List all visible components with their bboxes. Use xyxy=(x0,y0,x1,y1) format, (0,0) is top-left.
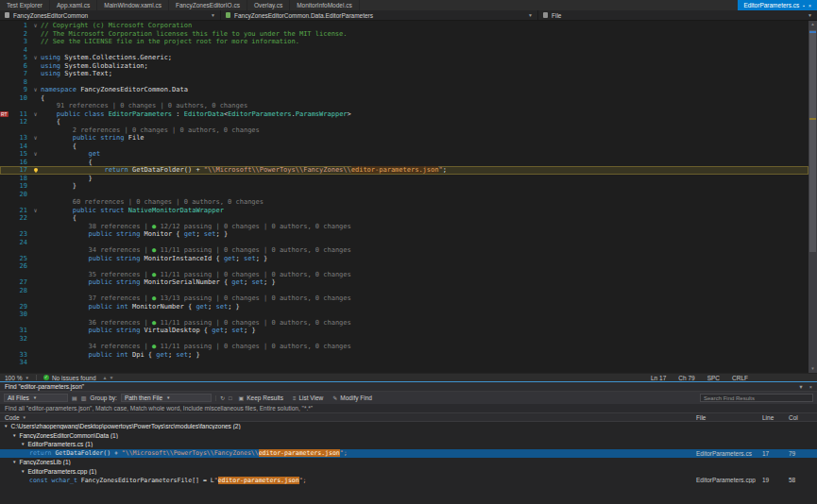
breakpoint-margin[interactable] xyxy=(0,86,9,94)
expander-icon[interactable]: ▼ xyxy=(12,433,16,438)
breakpoint-margin[interactable] xyxy=(0,319,9,328)
code-editor[interactable]: 1∨// Copyright (c) Microsoft Corporation… xyxy=(0,21,817,373)
scrollbar-thumb[interactable] xyxy=(809,30,816,252)
breakpoint-margin[interactable] xyxy=(0,343,9,351)
code-line[interactable]: 29 public int MonitorNumber { get; set; … xyxy=(0,303,808,311)
open-file-icon[interactable]: ▤ xyxy=(72,395,77,401)
project-dropdown[interactable]: FancyZonesEditorCommon ▼ xyxy=(0,10,221,20)
code-line[interactable]: 34 xyxy=(0,359,808,367)
breakpoint-margin[interactable] xyxy=(0,62,9,71)
breakpoint-margin[interactable] xyxy=(0,246,9,255)
breakpoint-margin[interactable] xyxy=(0,287,9,295)
tool-tab[interactable]: App.xaml.cs xyxy=(50,0,97,10)
scope-dropdown[interactable]: All Files ▼ xyxy=(4,394,68,402)
code-line[interactable]: 27 public string MonitorSerialNumber { g… xyxy=(0,278,808,287)
column-header-file[interactable]: File xyxy=(696,414,762,421)
breakpoint-margin[interactable] xyxy=(0,166,9,175)
codelens-row[interactable]: 34 references | ● 11/11 passing | 0 chan… xyxy=(0,343,808,351)
code-line[interactable]: 1∨// Copyright (c) Microsoft Corporation xyxy=(0,22,808,30)
codelens-row[interactable]: 2 references | 0 changes | 0 authors, 0 … xyxy=(0,126,808,135)
find-group-row[interactable]: ▼EditorParameters.cs (1) xyxy=(0,440,817,449)
chevron-down-icon[interactable]: ▼ xyxy=(798,384,803,390)
breakpoint-margin[interactable] xyxy=(0,294,9,303)
refresh-icon[interactable]: ↻ xyxy=(220,395,225,401)
breakpoint-margin[interactable] xyxy=(0,207,9,215)
breakpoint-margin[interactable] xyxy=(0,22,9,30)
codelens-row[interactable]: 37 references | ● 13/13 passing | 0 chan… xyxy=(0,294,808,303)
code-line[interactable]: 4 xyxy=(0,46,808,55)
line-indicator[interactable]: Ln 17 xyxy=(651,375,666,381)
codelens-row[interactable]: 34 references | ● 11/11 passing | 0 chan… xyxy=(0,246,808,255)
fold-collapse-icon[interactable]: ∨ xyxy=(30,134,41,143)
breakpoint-margin[interactable] xyxy=(0,351,9,360)
lightbulb-icon[interactable] xyxy=(34,168,38,172)
close-icon[interactable]: × xyxy=(809,384,812,390)
code-line[interactable]: 12 { xyxy=(0,118,808,126)
breakpoint-margin[interactable] xyxy=(0,143,9,151)
code-line[interactable]: 31 public string VirtualDesktop { get; s… xyxy=(0,327,808,335)
breakpoint-margin[interactable] xyxy=(0,46,9,55)
fold-collapse-icon[interactable]: ∨ xyxy=(30,22,41,30)
expander-icon[interactable]: ▼ xyxy=(21,469,25,474)
document-health[interactable]: ✓ No issues found xyxy=(43,375,96,381)
fold-collapse-icon[interactable]: ∨ xyxy=(30,150,41,159)
tool-tab[interactable]: MonitorInfoModel.cs xyxy=(290,0,360,10)
column-header-col[interactable]: Col xyxy=(789,414,817,421)
breakpoint-margin[interactable] xyxy=(0,102,9,110)
breakpoint-margin[interactable] xyxy=(0,359,9,367)
code-line[interactable]: 30 xyxy=(0,311,808,319)
breakpoint-margin[interactable] xyxy=(0,255,9,263)
member-dropdown[interactable]: File ▼ xyxy=(538,10,817,20)
code-line[interactable]: 15∨ get xyxy=(0,150,808,159)
code-line[interactable]: 6using System.Globalization; xyxy=(0,62,808,71)
breakpoint-margin[interactable] xyxy=(0,126,9,135)
code-line[interactable]: 19 } xyxy=(0,182,808,191)
breakpoint-margin[interactable] xyxy=(0,198,9,207)
error-nav-icons[interactable]: ▲▼ xyxy=(103,375,116,380)
codelens-row[interactable]: 36 references | ● 11/11 passing | 0 chan… xyxy=(0,319,808,328)
codelens-row[interactable]: 91 references | 0 changes | 0 authors, 0… xyxy=(0,102,808,110)
breakpoint-margin[interactable] xyxy=(0,271,9,279)
breakpoint-margin[interactable] xyxy=(0,214,9,223)
search-find-results-input[interactable] xyxy=(700,394,813,402)
modify-find-button[interactable]: ✎ Modify Find xyxy=(330,394,375,402)
fold-collapse-icon[interactable]: ∨ xyxy=(30,110,41,119)
breakpoint-margin[interactable] xyxy=(0,118,9,126)
breakpoint-margin[interactable] xyxy=(0,94,9,103)
code-line[interactable]: 10{ xyxy=(0,94,808,103)
tool-tab[interactable]: FancyZonesEditorIO.cs xyxy=(169,0,247,10)
find-result-row[interactable]: return GetDataFolder() + "\\Microsoft\\P… xyxy=(0,449,817,459)
code-line[interactable]: 25 public string MonitorInstanceId { get… xyxy=(0,255,808,263)
close-icon[interactable]: × xyxy=(808,3,811,8)
code-line[interactable]: 17 return GetDataFolder() + "\\Microsoft… xyxy=(0,166,808,175)
column-header-line[interactable]: Line xyxy=(762,414,789,421)
code-line[interactable]: 14 { xyxy=(0,143,808,151)
tool-tab[interactable]: Test Explorer xyxy=(0,0,50,10)
column-indicator[interactable]: Ch 79 xyxy=(678,375,694,381)
expander-icon[interactable]: ▼ xyxy=(21,442,25,446)
code-line[interactable]: 2// The Microsoft Corporation licenses t… xyxy=(0,30,808,39)
column-header-code[interactable]: Code ▼ xyxy=(0,414,696,421)
code-line[interactable]: 3// See the LICENSE file in the project … xyxy=(0,38,808,46)
breakpoint-margin[interactable] xyxy=(0,278,9,287)
find-group-row[interactable]: ▼FancyZonesLib (1) xyxy=(0,458,817,467)
code-line[interactable]: 5∨using System.Collections.Generic; xyxy=(0,54,808,62)
breakpoint-margin[interactable] xyxy=(0,159,9,167)
breakpoint-margin[interactable] xyxy=(0,239,9,247)
pin-icon[interactable]: ▪ xyxy=(803,3,805,8)
breakpoint-margin[interactable] xyxy=(0,70,9,78)
code-line[interactable]: RT11∨ public class EditorParameters : Ed… xyxy=(0,110,808,119)
code-line[interactable]: 7using System.Text; xyxy=(0,70,808,78)
code-line[interactable]: 9∨namespace FancyZonesEditorCommon.Data xyxy=(0,86,808,94)
group-by-dropdown[interactable]: Path then File ▼ xyxy=(121,394,212,402)
code-line[interactable]: 23 public string Monitor { get; set; } xyxy=(0,230,808,239)
scroll-up-icon[interactable]: ▲ xyxy=(808,21,817,28)
breakpoint-margin[interactable] xyxy=(0,311,9,319)
code-line[interactable]: 24 xyxy=(0,239,808,247)
code-line[interactable]: 13∨ public string File xyxy=(0,134,808,143)
breakpoint-margin[interactable] xyxy=(0,134,9,143)
code-line[interactable]: 8 xyxy=(0,78,808,87)
code-line[interactable]: 33 public int Dpi { get; set; } xyxy=(0,351,808,360)
find-group-row[interactable]: ▼EditorParameters.cpp (1) xyxy=(0,467,817,477)
find-group-row[interactable]: ▼FancyZonesEditorCommon\Data (1) xyxy=(0,431,817,441)
